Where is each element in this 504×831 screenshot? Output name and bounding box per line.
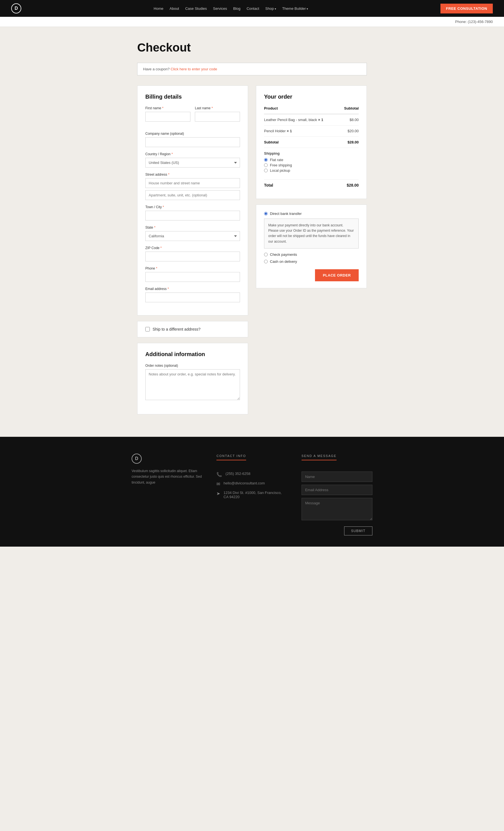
page-content: Checkout Have a coupon? Click here to en… [131,27,373,437]
shipping-option-1[interactable]: Free shipping [264,163,340,167]
first-name-input[interactable] [145,112,190,122]
state-select[interactable]: California [145,231,240,241]
name-row: First name * Last name * [145,106,240,126]
street-group: Street address * [145,173,240,200]
navbar: D Home About Case Studies Services Blog … [0,0,504,17]
footer-message-textarea[interactable] [302,498,373,520]
order-item-price: $8.00 [340,114,359,125]
company-group: Company name (optional) [145,132,240,147]
notes-textarea[interactable] [145,369,240,400]
contact-text-2: 1234 Divi St. #1000, San Francisco, CA 9… [224,491,287,499]
shipping-option-0[interactable]: Flat rate [264,158,340,162]
footer-contact-col: CONTACT INFO 📞(255) 352-6258✉hello@divic… [216,454,287,536]
payment-option-bank[interactable]: Direct bank transfer [264,211,359,216]
street-label: Street address * [145,173,240,176]
shipping-radio-2[interactable] [264,169,268,172]
country-label: Country / Region * [145,152,240,156]
footer-logo[interactable]: D [131,454,142,464]
footer-submit-button[interactable]: SUBMIT [344,526,373,536]
order-title: Your order [264,93,359,100]
product-col-header: Product [264,106,340,114]
place-order-button[interactable]: PLACE ORDER [315,269,359,281]
contact-icon-0: 📞 [216,472,222,477]
shipping-radio-0[interactable] [264,158,268,162]
shipping-option-2[interactable]: Local pickup [264,168,340,173]
email-group: Email address * [145,287,240,302]
state-label: State * [145,226,240,229]
subtotal-row: Subtotal$28.00 [264,137,359,148]
coupon-text: Have a coupon? [143,67,170,71]
country-select[interactable]: United States (US) [145,158,240,168]
contact-icon-2: ➤ [216,491,220,496]
additional-card: Additional information Order notes (opti… [137,343,248,414]
footer: D Vestibulum sagittis sollicitudin aliqu… [0,437,504,547]
order-item-name: Leather Pencil Bag - small, black × 1 [264,114,340,125]
left-column: Billing details First name * Last name * [137,85,248,414]
zip-label: ZIP Code * [145,246,240,250]
nav-theme-builder[interactable]: Theme Builder [282,6,308,11]
first-name-label: First name * [145,106,190,110]
additional-title: Additional information [145,351,240,357]
payment-cod-label: Cash on delivery [270,259,297,264]
footer-contact-item-0: 📞(255) 352-6258 [216,471,287,477]
page-title: Checkout [137,41,367,54]
street-input[interactable] [145,178,240,188]
footer-name-input[interactable] [302,471,373,482]
right-column: Your order Product Subtotal Leather Penc… [256,85,367,288]
town-label: Town / City * [145,205,240,209]
ship-different-checkbox[interactable] [145,327,150,332]
company-input[interactable] [145,137,240,147]
nav-shop[interactable]: Shop [265,6,276,11]
payment-check-label: Check payments [270,253,297,257]
footer-logo-col: D Vestibulum sagittis sollicitudin aliqu… [131,454,202,536]
last-name-group: Last name * [195,106,240,122]
order-item-name: Pencil Holder × 1 [264,125,340,137]
contact-icon-1: ✉ [216,481,220,487]
footer-email-input[interactable] [302,485,373,495]
nav-contact[interactable]: Contact [247,6,259,11]
contact-title: CONTACT INFO [216,454,287,466]
nav-about[interactable]: About [170,6,179,11]
subtotal-col-header: Subtotal [340,106,359,114]
nav-blog[interactable]: Blog [233,6,240,11]
logo-letter: D [14,6,18,11]
nav-case-studies[interactable]: Case Studies [185,6,207,11]
town-input[interactable] [145,211,240,221]
last-name-input[interactable] [195,112,240,122]
shipping-radio-1[interactable] [264,163,268,167]
last-name-label: Last name * [195,106,240,110]
order-item-row: Pencil Holder × 1 $20.00 [264,125,359,137]
nav-home[interactable]: Home [154,6,164,11]
country-group: Country / Region * United States (US) [145,152,240,168]
order-item-price: $20.00 [340,125,359,137]
notes-group: Order notes (optional) [145,364,240,401]
coupon-link[interactable]: Click here to enter your code [171,67,217,71]
nav-links: Home About Case Studies Services Blog Co… [154,6,308,11]
checkout-grid: Billing details First name * Last name * [137,85,367,414]
ship-different-label[interactable]: Ship to a different address? [145,327,240,332]
nav-services[interactable]: Services [213,6,227,11]
logo[interactable]: D [11,3,21,13]
phone-text: Phone: (123)-456-7890 [455,20,493,24]
bank-transfer-description: Make your payment directly into our bank… [264,219,359,249]
ship-different-card: Ship to a different address? [137,321,248,337]
footer-message-col: SEND A MESSAGE SUBMIT [302,454,373,536]
zip-input[interactable] [145,252,240,261]
first-name-group: First name * [145,106,190,122]
payment-option-cod[interactable]: Cash on delivery [264,259,359,264]
phone-input[interactable] [145,272,240,282]
order-item-row: Leather Pencil Bag - small, black × 1 $8… [264,114,359,125]
street2-input[interactable] [145,190,240,200]
payment-bank-label: Direct bank transfer [270,211,302,216]
contact-text-0: (255) 352-6258 [226,471,250,476]
company-label: Company name (optional) [145,132,240,136]
payment-radio-cod[interactable] [264,260,268,263]
payment-radio-bank[interactable] [264,212,268,216]
free-consultation-button[interactable]: FREE CONSULTATION [440,4,493,13]
billing-title: Billing details [145,93,240,100]
total-row: Total$28.00 [264,180,359,191]
footer-description: Vestibulum sagittis sollicitudin aliquet… [131,468,202,485]
payment-radio-check[interactable] [264,253,268,256]
email-input[interactable] [145,292,240,302]
payment-option-check[interactable]: Check payments [264,253,359,257]
